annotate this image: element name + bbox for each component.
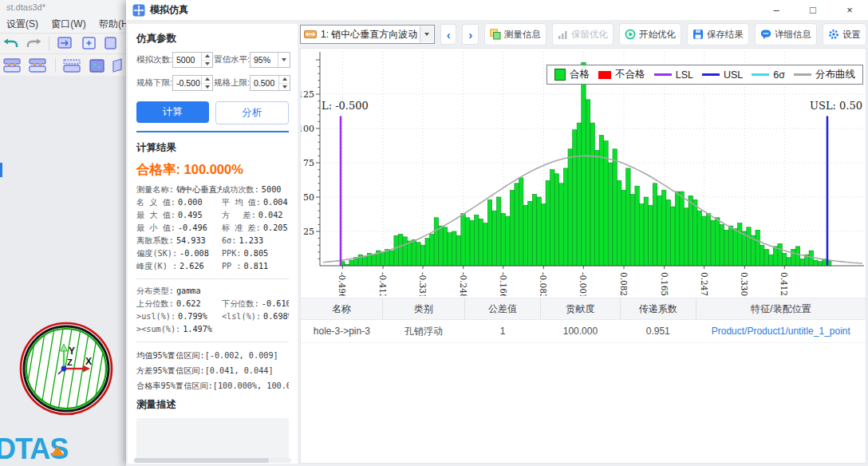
legend-usl-swatch [702,73,720,76]
measure-desc-title: 测量描述 [136,398,289,412]
col-tolerance[interactable]: 公差值 [464,298,541,320]
horizontal-scrollbar[interactable] [134,458,291,463]
chevron-down-icon[interactable] [278,53,290,67]
usl-label: USL: 0.50 [810,100,862,112]
confidence-interval-line: 均值95%置信区间:[-0.002, 0.009] [136,348,289,363]
histogram-chart: 255075100125-0.496-0.413-0.331-0.248-0.1… [301,49,866,296]
sim-count-label: 模拟次数: [136,54,172,65]
part-circle-graphic: Y Z X [8,316,124,445]
spinner-arrows-icon[interactable] [278,76,290,90]
stat-row: >usl(%):0.799%<lsl(%):0.698% [136,310,289,323]
redo-icon[interactable] [25,36,42,52]
stat-row: 最 小 值:-0.496标 准 差:0.205 [136,222,289,235]
bar-chart-icon [558,30,568,40]
detail-info-button[interactable]: 详细信息 [755,23,817,45]
pass-rate: 合格率: 100.000% [136,161,289,179]
legend-pass-label: 合格 [570,68,590,81]
confidence-select[interactable]: 95% [250,52,290,68]
layers-icon [490,29,501,40]
table-row[interactable]: hole-3->pin-3 孔销浮动 1 100.000 0.951 Produ… [301,320,866,343]
analyze-button[interactable]: 分析 [215,101,290,124]
cell-coefficient: 0.951 [620,320,696,343]
main-menubar: 设置(S) 窗口(W) 帮助(H) [6,18,142,31]
dialog-titlebar[interactable]: 模拟仿真 – □ × [126,0,868,21]
svg-text:0.247: 0.247 [700,272,709,296]
import-icon[interactable] [104,36,116,52]
dialog-icon [132,4,145,17]
next-measurement-button[interactable]: › [462,24,479,45]
svg-text:0.082: 0.082 [619,272,629,296]
chevron-down-icon[interactable] [420,26,433,42]
press-tool-icon[interactable] [2,57,23,74]
settings-button[interactable]: 设置 [823,23,866,45]
confidence-label: 置信水平: [214,54,249,65]
stat-row: 最 大 值:0.495方 差:0.042 [136,209,289,222]
legend-curve-label: 分布曲线 [815,68,855,81]
export-report-icon[interactable] [56,36,75,52]
stat-row: ><sum(%):1.497% [136,323,289,336]
measure-desc-box[interactable] [136,418,289,460]
3d-viewport[interactable]: Y Z X [8,316,124,445]
params-section-title: 仿真参数 [136,32,289,45]
spec-lower-label: 规格下限: [136,77,172,89]
sim-count-spinner[interactable]: 5000 [172,52,213,68]
close-button[interactable]: × [831,0,868,21]
svg-text:0.165: 0.165 [660,272,669,296]
prev-measurement-button[interactable]: ‹ [440,24,457,45]
press-tool2-icon[interactable] [28,57,49,74]
minimize-button[interactable]: – [758,0,795,21]
application-window: st.dtas3d* 设置(S) 窗口(W) 帮助(H) [0,0,868,466]
svg-text:0.330: 0.330 [740,272,749,296]
spinner-arrows-icon[interactable] [201,53,212,67]
stat-row: 测量名称:销中心垂直方向波动成功次数:5000 [136,184,289,196]
svg-text:-0.248: -0.248 [459,272,468,296]
measure-info-button[interactable]: 测量信息 [484,23,546,45]
chat-icon [760,29,771,40]
axis-x-label: X [85,356,92,367]
stat-row: 上分位数:0.622下分位数:-0.610 [136,298,289,310]
col-contribution[interactable]: 贡献度 [541,298,620,320]
chart-card: 255075100125-0.496-0.413-0.331-0.248-0.1… [300,48,866,464]
maximize-button[interactable]: □ [795,0,831,21]
simulation-cube-icon[interactable] [88,57,107,74]
col-coefficient[interactable]: 传递系数 [620,298,696,320]
spec-lower-spinner[interactable]: -0.500 [172,75,213,91]
calculate-button[interactable]: 计算 [136,101,209,123]
legend-fail-label: 不合格 [615,68,645,81]
simulation-left-panel: 仿真参数 模拟次数: 5000 置信水平: 95% 规格下限: -0.500 [128,24,298,464]
confidence-intervals: 均值95%置信区间:[-0.002, 0.009]方差95%置信区间:[0.04… [136,348,289,393]
spinner-arrows-icon[interactable] [201,76,212,90]
gear-icon [828,29,839,40]
stat-row: 名 义 值:0.000平 均 值:0.004 [136,196,289,209]
menu-settings[interactable]: 设置(S) [6,18,38,30]
main-window-title: st.dtas3d* [6,2,45,12]
scrollbar-thumb[interactable] [134,458,269,463]
svg-text:-0.001: -0.001 [578,272,588,296]
dialog-title: 模拟仿真 [150,3,188,17]
start-optimize-button[interactable]: 开始优化 [619,23,681,45]
save-results-button[interactable]: 保存结果 [687,23,749,45]
measurement-select[interactable]: 1: 销中心垂直方向波动 [300,25,435,44]
stat-row: 离散系数:54.9336σ:1.233 [136,235,289,247]
dimension-icon [304,30,317,39]
lsl-label: L: -0.500 [322,100,369,112]
col-name[interactable]: 名称 [301,298,383,320]
results-section-title: 计算结果 [136,141,289,155]
col-feature-position[interactable]: 特征/装配位置 [696,298,866,320]
svg-text:-0.496: -0.496 [337,272,347,296]
legend-fail-swatch [598,71,611,79]
spec-upper-spinner[interactable]: 0.500 [250,75,290,91]
cell-contribution: 100.000 [541,320,620,343]
chart-legend: 合格 不合格 LSL USL 6σ 分布曲线 [546,65,863,85]
undo-icon[interactable] [2,36,20,52]
params-grid: 模拟次数: 5000 置信水平: 95% 规格下限: -0.500 [136,52,289,91]
col-category[interactable]: 类别 [383,298,465,320]
new-document-icon[interactable] [80,36,99,52]
keep-optimize-button[interactable]: 保留优化 [552,23,614,45]
fixture-icon[interactable] [62,57,83,74]
open-box-icon[interactable] [112,57,124,74]
cell-feature-link[interactable]: Product/Product1/untitle_1_point [696,320,866,343]
contribution-table: 名称 类别 公差值 贡献度 传递系数 特征/装配位置 hole-3->pin-3 [301,298,866,343]
main-toolbar-row2 [0,53,128,77]
menu-window[interactable]: 窗口(W) [51,18,85,30]
